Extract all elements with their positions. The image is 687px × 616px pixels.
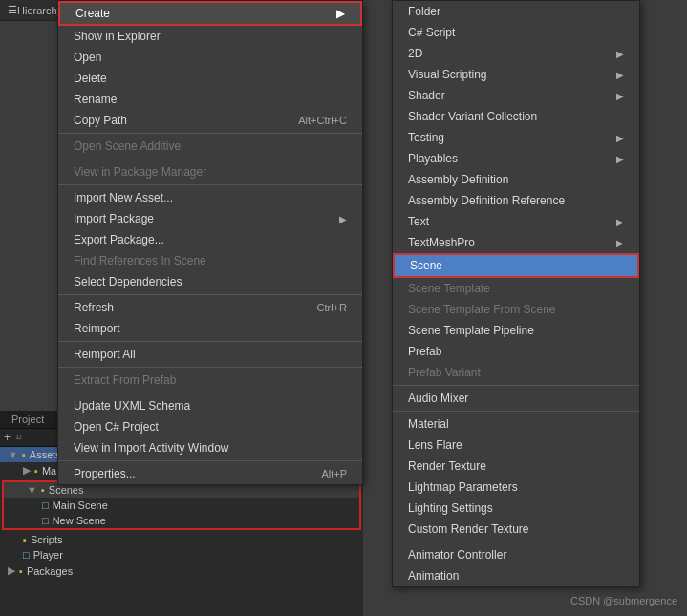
assembly-definition-ref-item[interactable]: Assembly Definition Reference bbox=[393, 190, 639, 211]
project-tab[interactable]: Project bbox=[0, 411, 55, 428]
new-scene-icon: □ bbox=[42, 515, 49, 526]
text-item[interactable]: Text ▶ bbox=[393, 211, 639, 232]
view-in-package-manager-item: View in Package Manager bbox=[58, 161, 362, 182]
csharp-script-item[interactable]: C# Script bbox=[393, 22, 639, 43]
extract-from-prefab-item: Extract From Prefab bbox=[58, 370, 362, 391]
textmeshpro-arrow: ▶ bbox=[616, 238, 624, 248]
scenes-arrow: ▼ bbox=[27, 484, 37, 496]
playables-arrow: ▶ bbox=[616, 154, 624, 164]
update-uxml-item[interactable]: Update UXML Schema bbox=[58, 395, 362, 416]
import-package-item[interactable]: Import Package ▶ bbox=[58, 208, 362, 229]
shader-variant-collection-item[interactable]: Shader Variant Collection bbox=[393, 106, 639, 127]
lightmap-parameters-item[interactable]: Lightmap Parameters bbox=[393, 477, 639, 498]
find-references-item: Find References In Scene bbox=[58, 250, 362, 271]
main-scene-item[interactable]: □ Main Scene bbox=[4, 498, 359, 513]
scene-item[interactable]: Scene bbox=[393, 253, 639, 278]
folder-item[interactable]: Folder bbox=[393, 1, 639, 22]
text-arrow: ▶ bbox=[616, 217, 624, 227]
main-scene-icon: □ bbox=[42, 499, 49, 511]
right-sep-1 bbox=[393, 385, 639, 386]
open-scene-additive-item: Open Scene Additive bbox=[58, 136, 362, 157]
scenes-section-outline: ▼ ▪ Scenes □ Main Scene □ New Scene bbox=[2, 480, 361, 530]
prefab-item[interactable]: Prefab bbox=[393, 341, 639, 362]
create-arrow-icon: ▶ bbox=[336, 7, 345, 20]
add-icon[interactable]: + bbox=[4, 431, 11, 444]
right-sep-2 bbox=[393, 411, 639, 412]
right-sep-3 bbox=[393, 542, 639, 542]
shader-arrow: ▶ bbox=[616, 91, 624, 101]
separator-4 bbox=[58, 294, 362, 295]
render-texture-item[interactable]: Render Texture bbox=[393, 456, 639, 477]
lens-flare-item[interactable]: Lens Flare bbox=[393, 435, 639, 456]
playables-item[interactable]: Playables ▶ bbox=[393, 148, 639, 169]
folder-icon: ▪ bbox=[22, 449, 26, 460]
visual-scripting-arrow: ▶ bbox=[616, 70, 624, 80]
visual-scripting-item[interactable]: Visual Scripting ▶ bbox=[393, 64, 639, 85]
create-menu-item[interactable]: Create ▶ bbox=[58, 1, 362, 26]
player-icon: □ bbox=[23, 549, 30, 561]
animation-item[interactable]: Animation bbox=[393, 565, 639, 586]
shader-item[interactable]: Shader ▶ bbox=[393, 85, 639, 106]
testing-arrow: ▶ bbox=[616, 133, 624, 143]
import-new-asset-item[interactable]: Import New Asset... bbox=[58, 187, 362, 208]
new-scene-item[interactable]: □ New Scene bbox=[4, 513, 359, 528]
animator-controller-item[interactable]: Animator Controller bbox=[393, 544, 639, 565]
audio-mixer-item[interactable]: Audio Mixer bbox=[393, 388, 639, 409]
custom-render-texture-item[interactable]: Custom Render Texture bbox=[393, 519, 639, 540]
textmeshpro-item[interactable]: TextMeshPro ▶ bbox=[393, 232, 639, 253]
packages-arrow: ▶ bbox=[8, 564, 15, 577]
reimport-item[interactable]: Reimport bbox=[58, 318, 362, 339]
delete-item[interactable]: Delete bbox=[58, 68, 362, 89]
scene-template-from-scene-item: Scene Template From Scene bbox=[393, 299, 639, 320]
scripts-item[interactable]: ▪ Scripts bbox=[0, 532, 363, 547]
scene-template-pipeline-item[interactable]: Scene Template Pipeline bbox=[393, 320, 639, 341]
show-in-explorer-item[interactable]: Show in Explorer bbox=[58, 26, 362, 47]
export-package-item[interactable]: Export Package... bbox=[58, 229, 362, 250]
assembly-definition-item[interactable]: Assembly Definition bbox=[393, 169, 639, 190]
separator-5 bbox=[58, 341, 362, 342]
separator-2 bbox=[58, 159, 362, 159]
packages-item[interactable]: ▶ ▪ Packages bbox=[0, 563, 363, 579]
packages-icon: ▪ bbox=[19, 565, 23, 577]
material-item[interactable]: Material bbox=[393, 414, 639, 435]
lighting-settings-item[interactable]: Lighting Settings bbox=[393, 498, 639, 519]
testing-item[interactable]: Testing ▶ bbox=[393, 127, 639, 148]
main-folder-icon: ▪ bbox=[34, 465, 38, 477]
separator-6 bbox=[58, 367, 362, 368]
create-label: Create bbox=[75, 7, 110, 20]
search-icon[interactable]: ⌕ bbox=[16, 431, 22, 444]
open-csharp-item[interactable]: Open C# Project bbox=[58, 416, 362, 437]
arrow-icon: ▼ bbox=[8, 449, 18, 460]
view-import-activity-item[interactable]: View in Import Activity Window bbox=[58, 437, 362, 458]
hierarchy-title: Hierarchy bbox=[17, 5, 62, 16]
scene-template-item: Scene Template bbox=[393, 278, 639, 299]
separator-7 bbox=[58, 393, 362, 393]
main-folder-arrow: ▶ bbox=[23, 464, 31, 477]
copy-path-item[interactable]: Copy Path Alt+Ctrl+C bbox=[58, 110, 362, 131]
left-context-menu: Create ▶ Show in Explorer Open Delete Re… bbox=[57, 0, 363, 485]
properties-item[interactable]: Properties... Alt+P bbox=[58, 463, 362, 484]
scripts-folder-icon: ▪ bbox=[23, 534, 27, 545]
select-dependencies-item[interactable]: Select Dependencies bbox=[58, 271, 362, 292]
right-context-menu: Folder C# Script 2D ▶ Visual Scripting ▶… bbox=[392, 0, 640, 587]
scenes-folder-icon: ▪ bbox=[41, 484, 45, 496]
refresh-item[interactable]: Refresh Ctrl+R bbox=[58, 297, 362, 318]
2d-arrow: ▶ bbox=[616, 49, 624, 59]
hierarchy-icon: ☰ bbox=[8, 4, 17, 16]
2d-item[interactable]: 2D ▶ bbox=[393, 43, 639, 64]
separator-8 bbox=[58, 460, 362, 461]
import-package-arrow: ▶ bbox=[339, 214, 347, 224]
rename-item[interactable]: Rename bbox=[58, 89, 362, 110]
watermark: CSDN @submergence bbox=[570, 595, 677, 606]
player-item[interactable]: □ Player bbox=[0, 547, 363, 563]
open-item[interactable]: Open bbox=[58, 47, 362, 68]
separator-1 bbox=[58, 133, 362, 134]
separator-3 bbox=[58, 184, 362, 185]
prefab-variant-item: Prefab Variant bbox=[393, 362, 639, 383]
reimport-all-item[interactable]: Reimport All bbox=[58, 344, 362, 365]
